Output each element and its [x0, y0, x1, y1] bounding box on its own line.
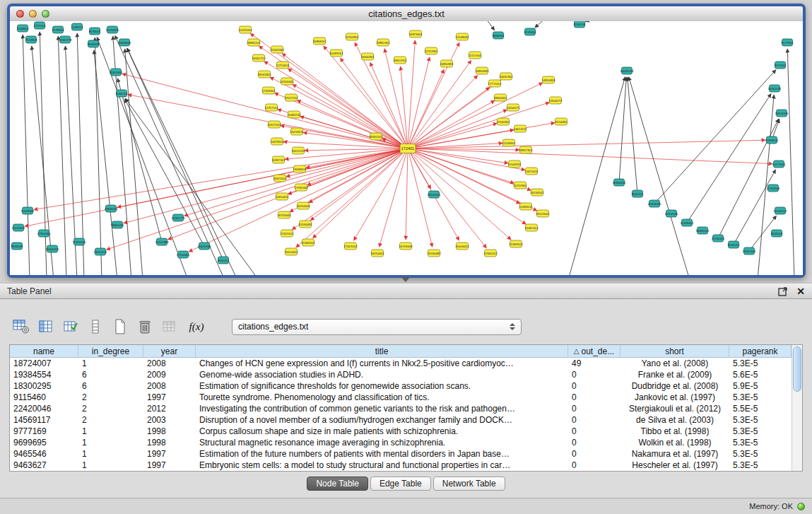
- column-header-in_degree[interactable]: in_degree: [78, 345, 143, 357]
- table-row[interactable]: 2242004622012Investigating the contribut…: [10, 403, 792, 414]
- graph-edge: [787, 49, 794, 275]
- zoom-window-icon[interactable]: [42, 10, 49, 18]
- node-label: 11544901: [502, 141, 516, 145]
- tab-edge-table[interactable]: Edge Table: [370, 477, 431, 491]
- table-scrollbar[interactable]: [792, 345, 802, 471]
- import-table-icon[interactable]: [160, 317, 180, 336]
- table-scrollbar-thumb[interactable]: [793, 346, 801, 392]
- table-cell: 9465546: [10, 448, 78, 460]
- node-label: 16759446: [399, 245, 413, 248]
- table-cell: 2: [78, 403, 143, 414]
- node-label: 7513909: [25, 38, 37, 42]
- table-row[interactable]: 977716911998Corpus callosum shape and si…: [10, 426, 792, 437]
- table-settings-icon[interactable]: [11, 317, 31, 336]
- table-cell: 2008: [143, 358, 196, 369]
- node-label: 9154481: [555, 120, 567, 124]
- table-cell: 22420046: [10, 403, 78, 414]
- node-label: 8130604: [524, 30, 536, 34]
- graph-edge: [125, 98, 259, 275]
- node-label: 12040512: [773, 209, 787, 213]
- panel-splitter-handle[interactable]: [401, 277, 410, 282]
- table-cell: de Silva et al. (2003): [620, 414, 729, 426]
- column-header-title[interactable]: title: [196, 345, 568, 357]
- edit-table-icon[interactable]: [61, 317, 81, 336]
- table-row[interactable]: 1938455462009Genome-wide association stu…: [10, 369, 792, 380]
- table-row[interactable]: 946362711997Embryonic stem cells: a mode…: [10, 460, 792, 471]
- table-cell: Yano et al. (2008): [620, 358, 729, 369]
- table-cell: 1: [78, 460, 143, 471]
- float-panel-icon[interactable]: [778, 286, 788, 296]
- node-label: 1248073: [71, 25, 83, 29]
- table-row[interactable]: 1456911722003Disruption of a novel membe…: [10, 414, 792, 426]
- node-label: 9468304: [493, 34, 505, 37]
- node-label: 9245013: [771, 232, 783, 235]
- graph-edge: [32, 46, 54, 275]
- graph-edge: [406, 148, 408, 240]
- node-label: 16670501: [273, 177, 287, 180]
- table-cell: 2003: [143, 414, 196, 426]
- network-canvas[interactable]: 1724011247620218860101224005841606172212…: [10, 21, 803, 275]
- table-row[interactable]: 1830029562008Estimation of significance …: [10, 380, 792, 392]
- table-row[interactable]: 969969511998Structural magnetic resonanc…: [10, 437, 792, 448]
- graph-edge: [629, 77, 690, 275]
- node-label: 8136704: [574, 23, 586, 26]
- table-cell: 5.3E-5: [729, 448, 792, 460]
- node-label: 16984501: [312, 40, 326, 43]
- table-row[interactable]: 946554611997Estimation of the future num…: [10, 448, 792, 460]
- graph-edge: [408, 123, 555, 148]
- node-label: 12754011: [276, 64, 290, 67]
- window-title-bar[interactable]: citations_edges.txt: [10, 6, 803, 22]
- minimize-window-icon[interactable]: [29, 10, 37, 18]
- node-table: namein_degreeyeartitle△out_de...shortpag…: [9, 344, 803, 472]
- column-header-short[interactable]: short: [620, 345, 729, 357]
- show-columns-icon[interactable]: [36, 317, 56, 336]
- table-cell: Wolkin et al. (1998): [620, 437, 729, 448]
- node-label: 18211220: [292, 149, 305, 153]
- node-label: 12065778: [58, 38, 72, 42]
- table-cell: 5.3E-5: [729, 392, 792, 403]
- table-cell: Structural magnetic resonance image aver…: [196, 437, 568, 448]
- node-label: 25056025: [647, 202, 661, 206]
- table-cell: 1997: [143, 460, 196, 471]
- graph-edge: [122, 74, 408, 148]
- table-cell: 0: [568, 369, 620, 380]
- table-tabs: Node TableEdge TableNetwork Table: [0, 477, 812, 491]
- node-label: 12217001: [468, 54, 482, 57]
- network-graph[interactable]: 1724011247620218860101224005841606172212…: [10, 21, 803, 275]
- network-file-select[interactable]: citations_edges.txt: [232, 319, 522, 335]
- table-row[interactable]: 1872400712008Changes of HCN gene express…: [10, 358, 792, 369]
- node-label: 10196601: [680, 221, 694, 225]
- node-label: 23051011: [94, 250, 107, 254]
- table-cell: Genome-wide association studies in ADHD.: [196, 369, 568, 380]
- table-cell: 2009: [143, 369, 196, 380]
- node-label: 17554301: [176, 253, 190, 257]
- close-window-icon[interactable]: [16, 10, 24, 18]
- node-label: 16104412: [455, 245, 469, 248]
- row-height-icon[interactable]: [86, 317, 105, 336]
- node-label: 12945012: [483, 252, 498, 255]
- node-label: 16462101: [524, 226, 539, 230]
- graph-edge: [408, 140, 765, 148]
- close-panel-icon[interactable]: ✕: [796, 286, 805, 296]
- tab-network-table[interactable]: Network Table: [433, 477, 505, 491]
- column-header-out_de[interactable]: △out_de...: [568, 345, 620, 357]
- tab-node-table[interactable]: Node Table: [307, 477, 368, 491]
- graph-edge: [23, 35, 30, 275]
- delete-icon[interactable]: [135, 317, 155, 336]
- table-cell: Embryonic stem cells: a model to study s…: [196, 460, 568, 471]
- graph-edge: [654, 70, 776, 204]
- table-cell: 2: [78, 414, 143, 426]
- function-icon[interactable]: f(x): [184, 318, 208, 335]
- graph-edge: [117, 78, 162, 242]
- table-cell: Nakamura et al. (1997): [620, 448, 729, 460]
- column-header-name[interactable]: name: [10, 345, 78, 357]
- table-row[interactable]: 911546021997Tourette syndrome. Phenomeno…: [10, 392, 792, 403]
- new-file-icon[interactable]: [110, 317, 130, 336]
- memory-status-label: Memory: OK: [749, 502, 793, 510]
- table-cell: 9463627: [10, 460, 78, 471]
- column-header-year[interactable]: year: [143, 345, 196, 357]
- column-header-pagerank[interactable]: pagerank: [729, 345, 792, 357]
- graph-edge: [115, 35, 225, 275]
- node-label: 9178904: [52, 28, 64, 32]
- node-label: 15060015: [45, 247, 59, 251]
